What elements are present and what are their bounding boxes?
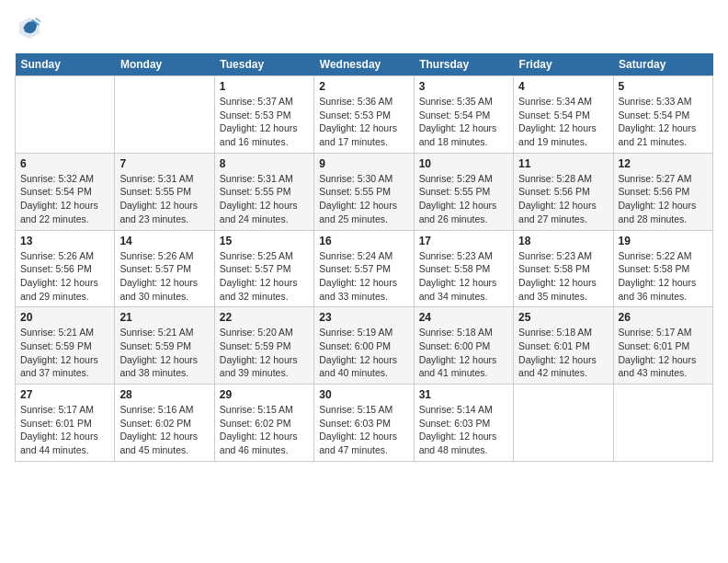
- cell-info-text: Sunrise: 5:31 AM Sunset: 5:55 PM Dayligh…: [119, 172, 209, 226]
- cell-day-number: 12: [619, 157, 708, 170]
- calendar-cell: 26Sunrise: 5:17 AM Sunset: 6:01 PM Dayli…: [613, 307, 712, 385]
- cell-info-text: Sunrise: 5:26 AM Sunset: 5:56 PM Dayligh…: [20, 249, 109, 304]
- cell-day-number: 15: [220, 235, 309, 247]
- cell-info-text: Sunrise: 5:37 AM Sunset: 5:53 PM Dayligh…: [220, 95, 309, 149]
- cell-info-text: Sunrise: 5:21 AM Sunset: 5:59 PM Dayligh…: [119, 326, 209, 380]
- cell-day-number: 6: [20, 157, 109, 170]
- cell-day-number: 31: [419, 388, 508, 401]
- cell-info-text: Sunrise: 5:17 AM Sunset: 6:01 PM Dayligh…: [20, 403, 109, 457]
- cell-info-text: Sunrise: 5:17 AM Sunset: 6:01 PM Dayligh…: [619, 326, 708, 380]
- cell-day-number: 17: [419, 235, 508, 247]
- cell-day-number: 19: [619, 235, 708, 247]
- cell-info-text: Sunrise: 5:24 AM Sunset: 5:57 PM Dayligh…: [319, 249, 408, 304]
- logo: [15, 15, 42, 44]
- calendar-cell: 4Sunrise: 5:34 AM Sunset: 5:54 PM Daylig…: [514, 76, 613, 154]
- cell-info-text: Sunrise: 5:32 AM Sunset: 5:54 PM Dayligh…: [20, 172, 109, 226]
- cell-day-number: 11: [518, 157, 608, 170]
- cell-day-number: 26: [619, 311, 708, 324]
- cell-day-number: 22: [220, 311, 309, 324]
- cell-info-text: Sunrise: 5:25 AM Sunset: 5:57 PM Dayligh…: [220, 249, 309, 304]
- cell-day-number: 25: [518, 311, 608, 324]
- cell-info-text: Sunrise: 5:22 AM Sunset: 5:58 PM Dayligh…: [619, 249, 708, 304]
- calendar-cell: 10Sunrise: 5:29 AM Sunset: 5:55 PM Dayli…: [414, 153, 513, 230]
- cell-day-number: 30: [319, 388, 408, 401]
- calendar-cell: 27Sunrise: 5:17 AM Sunset: 6:01 PM Dayli…: [16, 385, 115, 462]
- cell-info-text: Sunrise: 5:16 AM Sunset: 6:02 PM Dayligh…: [119, 403, 209, 457]
- calendar-cell: 11Sunrise: 5:28 AM Sunset: 5:56 PM Dayli…: [514, 153, 613, 230]
- cell-info-text: Sunrise: 5:35 AM Sunset: 5:54 PM Dayligh…: [419, 95, 508, 149]
- calendar-table: SundayMondayTuesdayWednesdayThursdayFrid…: [15, 53, 713, 462]
- cell-info-text: Sunrise: 5:27 AM Sunset: 5:56 PM Dayligh…: [619, 172, 708, 226]
- page-header: [15, 15, 713, 44]
- cell-info-text: Sunrise: 5:31 AM Sunset: 5:55 PM Dayligh…: [220, 172, 309, 226]
- calendar-cell: 30Sunrise: 5:15 AM Sunset: 6:03 PM Dayli…: [314, 385, 414, 462]
- cell-info-text: Sunrise: 5:30 AM Sunset: 5:55 PM Dayligh…: [319, 172, 408, 226]
- weekday-header-wednesday: Wednesday: [314, 53, 414, 76]
- calendar-cell: 25Sunrise: 5:18 AM Sunset: 6:01 PM Dayli…: [514, 307, 613, 385]
- calendar-cell: [514, 385, 613, 462]
- cell-day-number: 13: [20, 235, 109, 247]
- calendar-cell: 28Sunrise: 5:16 AM Sunset: 6:02 PM Dayli…: [115, 385, 214, 462]
- calendar-cell: 21Sunrise: 5:21 AM Sunset: 5:59 PM Dayli…: [115, 307, 214, 385]
- cell-day-number: 9: [319, 157, 408, 170]
- week-row-2: 6Sunrise: 5:32 AM Sunset: 5:54 PM Daylig…: [16, 153, 713, 230]
- calendar-cell: 23Sunrise: 5:19 AM Sunset: 6:00 PM Dayli…: [314, 307, 414, 385]
- cell-day-number: 2: [319, 80, 408, 93]
- calendar-cell: 18Sunrise: 5:23 AM Sunset: 5:58 PM Dayli…: [514, 230, 613, 307]
- cell-info-text: Sunrise: 5:15 AM Sunset: 6:03 PM Dayligh…: [319, 403, 408, 457]
- cell-info-text: Sunrise: 5:26 AM Sunset: 5:57 PM Dayligh…: [119, 249, 209, 304]
- cell-day-number: 4: [518, 80, 608, 93]
- cell-info-text: Sunrise: 5:18 AM Sunset: 6:00 PM Dayligh…: [419, 326, 508, 380]
- cell-info-text: Sunrise: 5:20 AM Sunset: 5:59 PM Dayligh…: [220, 326, 309, 380]
- weekday-header-monday: Monday: [115, 53, 214, 76]
- calendar-cell: 13Sunrise: 5:26 AM Sunset: 5:56 PM Dayli…: [16, 230, 115, 307]
- cell-info-text: Sunrise: 5:14 AM Sunset: 6:03 PM Dayligh…: [419, 403, 508, 457]
- cell-info-text: Sunrise: 5:34 AM Sunset: 5:54 PM Dayligh…: [518, 95, 608, 149]
- cell-day-number: 7: [119, 157, 209, 170]
- calendar-cell: 9Sunrise: 5:30 AM Sunset: 5:55 PM Daylig…: [314, 153, 414, 230]
- cell-info-text: Sunrise: 5:21 AM Sunset: 5:59 PM Dayligh…: [20, 326, 109, 380]
- cell-day-number: 23: [319, 311, 408, 324]
- cell-info-text: Sunrise: 5:23 AM Sunset: 5:58 PM Dayligh…: [419, 249, 508, 304]
- cell-day-number: 28: [119, 388, 209, 401]
- calendar-cell: 3Sunrise: 5:35 AM Sunset: 5:54 PM Daylig…: [414, 76, 513, 154]
- cell-day-number: 14: [119, 235, 209, 247]
- calendar-cell: 15Sunrise: 5:25 AM Sunset: 5:57 PM Dayli…: [214, 230, 313, 307]
- cell-day-number: 16: [319, 235, 408, 247]
- calendar-cell: 22Sunrise: 5:20 AM Sunset: 5:59 PM Dayli…: [214, 307, 313, 385]
- weekday-header-row: SundayMondayTuesdayWednesdayThursdayFrid…: [16, 53, 713, 76]
- calendar-cell: 19Sunrise: 5:22 AM Sunset: 5:58 PM Dayli…: [613, 230, 712, 307]
- weekday-header-sunday: Sunday: [16, 53, 115, 76]
- week-row-3: 13Sunrise: 5:26 AM Sunset: 5:56 PM Dayli…: [16, 230, 713, 307]
- week-row-1: 1Sunrise: 5:37 AM Sunset: 5:53 PM Daylig…: [16, 76, 713, 154]
- cell-day-number: 8: [220, 157, 309, 170]
- weekday-header-saturday: Saturday: [613, 53, 712, 76]
- calendar-cell: 2Sunrise: 5:36 AM Sunset: 5:53 PM Daylig…: [314, 76, 414, 154]
- cell-day-number: 27: [20, 388, 109, 401]
- calendar-cell: [16, 76, 115, 154]
- cell-day-number: 1: [220, 80, 309, 93]
- cell-day-number: 18: [518, 235, 608, 247]
- cell-info-text: Sunrise: 5:23 AM Sunset: 5:58 PM Dayligh…: [518, 249, 608, 304]
- calendar-cell: 20Sunrise: 5:21 AM Sunset: 5:59 PM Dayli…: [16, 307, 115, 385]
- cell-day-number: 3: [419, 80, 508, 93]
- calendar-cell: 12Sunrise: 5:27 AM Sunset: 5:56 PM Dayli…: [613, 153, 712, 230]
- cell-day-number: 10: [419, 157, 508, 170]
- cell-day-number: 21: [119, 311, 209, 324]
- cell-day-number: 5: [619, 80, 708, 93]
- cell-info-text: Sunrise: 5:19 AM Sunset: 6:00 PM Dayligh…: [319, 326, 408, 380]
- calendar-cell: 14Sunrise: 5:26 AM Sunset: 5:57 PM Dayli…: [115, 230, 214, 307]
- calendar-cell: 31Sunrise: 5:14 AM Sunset: 6:03 PM Dayli…: [414, 385, 513, 462]
- calendar-cell: 8Sunrise: 5:31 AM Sunset: 5:55 PM Daylig…: [214, 153, 313, 230]
- calendar-cell: 17Sunrise: 5:23 AM Sunset: 5:58 PM Dayli…: [414, 230, 513, 307]
- cell-day-number: 24: [419, 311, 508, 324]
- cell-info-text: Sunrise: 5:29 AM Sunset: 5:55 PM Dayligh…: [419, 172, 508, 226]
- cell-info-text: Sunrise: 5:36 AM Sunset: 5:53 PM Dayligh…: [319, 95, 408, 149]
- cell-info-text: Sunrise: 5:33 AM Sunset: 5:54 PM Dayligh…: [619, 95, 708, 149]
- calendar-cell: 29Sunrise: 5:15 AM Sunset: 6:02 PM Dayli…: [214, 385, 313, 462]
- weekday-header-tuesday: Tuesday: [214, 53, 313, 76]
- calendar-cell: [613, 385, 712, 462]
- calendar-cell: 5Sunrise: 5:33 AM Sunset: 5:54 PM Daylig…: [613, 76, 712, 154]
- cell-info-text: Sunrise: 5:18 AM Sunset: 6:01 PM Dayligh…: [518, 326, 608, 380]
- weekday-header-thursday: Thursday: [414, 53, 513, 76]
